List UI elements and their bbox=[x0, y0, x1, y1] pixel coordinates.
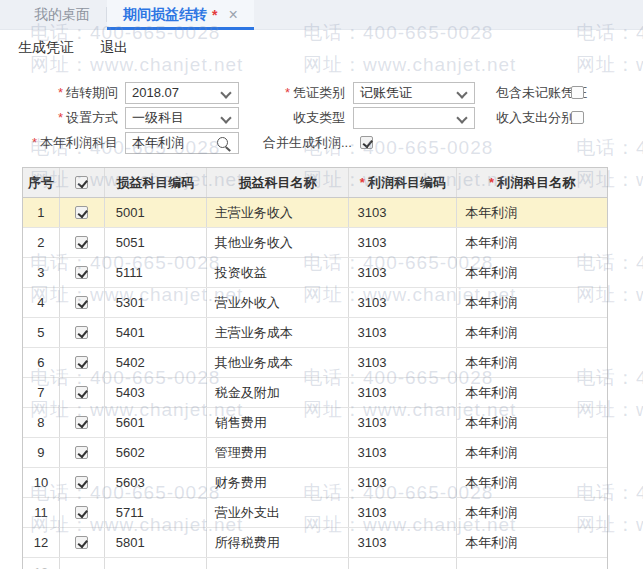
row-select-cell bbox=[60, 288, 105, 317]
chevron-down-icon bbox=[456, 112, 467, 123]
close-icon[interactable]: × bbox=[228, 7, 237, 23]
table-row[interactable]: 45301营业外收入3103本年利润 bbox=[23, 288, 607, 318]
watermark-phone: 电话：400-665-0028 bbox=[576, 135, 643, 161]
row-number: 9 bbox=[23, 438, 60, 467]
profit-account-code: 3103 bbox=[349, 288, 457, 317]
table-row[interactable]: 85601销售费用3103本年利润 bbox=[23, 408, 607, 438]
profit-account-name: 本年利润 bbox=[457, 348, 607, 377]
profit-account-name: 本年利润 bbox=[457, 438, 607, 467]
pl-account-name: 主营业务收入 bbox=[207, 198, 350, 227]
profit-account-code: 3103 bbox=[349, 198, 457, 227]
row-number: 6 bbox=[23, 348, 60, 377]
table-row[interactable]: 75403税金及附加3103本年利润 bbox=[23, 378, 607, 408]
exit-button[interactable]: 退出 bbox=[100, 39, 128, 57]
profit-account-name: 本年利润 bbox=[457, 528, 607, 557]
profit-account-code: 3103 bbox=[349, 318, 457, 347]
row-checkbox[interactable] bbox=[75, 266, 88, 279]
table-row[interactable]: 95602管理费用3103本年利润 bbox=[23, 438, 607, 468]
table-row[interactable]: 15001主营业务收入3103本年利润 bbox=[23, 198, 607, 228]
voucher-type-label: *凭证类别 bbox=[233, 82, 345, 104]
profit-account-code: 3103 bbox=[349, 258, 457, 287]
profit-account-name: 本年利润 bbox=[457, 318, 607, 347]
pl-account-code: 5601 bbox=[105, 408, 207, 437]
tab-label: 我的桌面 bbox=[34, 6, 90, 24]
row-select-cell bbox=[60, 348, 105, 377]
row-checkbox[interactable] bbox=[75, 236, 88, 249]
income-expense-type-select[interactable] bbox=[353, 107, 475, 129]
row-select-cell bbox=[60, 258, 105, 287]
income-expense-separate-checkbox[interactable] bbox=[571, 111, 584, 124]
table-row[interactable]: 25051其他业务收入3103本年利润 bbox=[23, 228, 607, 258]
pl-account-name: 税金及附加 bbox=[207, 378, 350, 407]
pl-account-code bbox=[105, 558, 207, 569]
profit-account-name: 本年利润 bbox=[457, 198, 607, 227]
row-checkbox[interactable] bbox=[75, 536, 88, 549]
setting-mode-select[interactable]: 一级科目 bbox=[125, 107, 239, 129]
pl-account-code: 5403 bbox=[105, 378, 207, 407]
col-header-pl-name: 损益科目名称 bbox=[207, 168, 350, 197]
carryover-period-select[interactable]: 2018.07 bbox=[125, 82, 239, 104]
row-checkbox[interactable] bbox=[75, 476, 88, 489]
search-icon[interactable] bbox=[217, 137, 228, 148]
col-header-select-all bbox=[60, 168, 105, 197]
table-row[interactable]: 115711营业外支出3103本年利润 bbox=[23, 498, 607, 528]
table-body: 15001主营业务收入3103本年利润25051其他业务收入3103本年利润35… bbox=[23, 198, 607, 569]
pl-account-code: 5301 bbox=[105, 288, 207, 317]
profit-account-code: 3103 bbox=[349, 348, 457, 377]
pl-accounts-table: 序号 损益科目编码 损益科目名称 *利润科目编码 *利润科目名称 15001主营… bbox=[22, 167, 608, 569]
row-select-cell bbox=[60, 228, 105, 257]
pl-account-code: 5603 bbox=[105, 468, 207, 497]
tab-my-desktop[interactable]: 我的桌面 bbox=[18, 0, 106, 29]
merge-generate-profit-label: 合并生成利润... bbox=[263, 132, 352, 154]
tab-period-pl-carryover[interactable]: 期间损益结转 * × bbox=[107, 0, 254, 29]
pl-account-code: 5602 bbox=[105, 438, 207, 467]
voucher-type-value: 记账凭证 bbox=[360, 85, 412, 100]
select-all-checkbox[interactable] bbox=[75, 176, 88, 189]
voucher-type-select[interactable]: 记账凭证 bbox=[353, 82, 475, 104]
row-checkbox[interactable] bbox=[75, 356, 88, 369]
table-row[interactable]: 55401主营业务成本3103本年利润 bbox=[23, 318, 607, 348]
chevron-down-icon bbox=[220, 112, 231, 123]
row-checkbox[interactable] bbox=[75, 206, 88, 219]
include-unposted-checkbox[interactable] bbox=[571, 86, 584, 99]
pl-account-code: 5711 bbox=[105, 498, 207, 527]
pl-account-name: 主营业务成本 bbox=[207, 318, 350, 347]
profit-account-value: 本年利润 bbox=[132, 135, 184, 150]
profit-account-code: 3103 bbox=[349, 438, 457, 467]
merge-generate-profit-checkbox[interactable] bbox=[360, 136, 373, 149]
row-select-cell bbox=[60, 528, 105, 557]
profit-account-name: 本年利润 bbox=[457, 258, 607, 287]
table-row[interactable]: 105603财务费用3103本年利润 bbox=[23, 468, 607, 498]
pl-account-name: 销售费用 bbox=[207, 408, 350, 437]
row-number: 12 bbox=[23, 528, 60, 557]
row-number: 1 bbox=[23, 198, 60, 227]
pl-account-name: 营业外收入 bbox=[207, 288, 350, 317]
row-number: 4 bbox=[23, 288, 60, 317]
tab-bar: 我的桌面 期间损益结转 * × bbox=[0, 0, 643, 30]
row-checkbox[interactable] bbox=[75, 416, 88, 429]
table-row[interactable]: 65402其他业务成本3103本年利润 bbox=[23, 348, 607, 378]
pl-account-name bbox=[207, 558, 350, 569]
table-row[interactable]: 125801所得税费用3103本年利润 bbox=[23, 528, 607, 558]
profit-account-code: 3103 bbox=[349, 498, 457, 527]
pl-account-name: 投资收益 bbox=[207, 258, 350, 287]
profit-account-code: 3103 bbox=[349, 378, 457, 407]
table-row[interactable]: 13 bbox=[23, 558, 607, 569]
chevron-down-icon bbox=[456, 87, 467, 98]
generate-voucher-button[interactable]: 生成凭证 bbox=[18, 39, 74, 57]
table-row[interactable]: 35111投资收益3103本年利润 bbox=[23, 258, 607, 288]
profit-account-code: 3103 bbox=[349, 408, 457, 437]
profit-account-input[interactable]: 本年利润 bbox=[125, 132, 239, 154]
row-select-cell bbox=[60, 378, 105, 407]
profit-account-code: 3103 bbox=[349, 468, 457, 497]
carryover-period-value: 2018.07 bbox=[132, 85, 179, 100]
row-checkbox[interactable] bbox=[75, 386, 88, 399]
row-checkbox[interactable] bbox=[75, 296, 88, 309]
row-checkbox[interactable] bbox=[75, 326, 88, 339]
pl-account-name: 其他业务成本 bbox=[207, 348, 350, 377]
col-header-profit-name: *利润科目名称 bbox=[457, 168, 607, 197]
row-checkbox[interactable] bbox=[75, 506, 88, 519]
row-select-cell bbox=[60, 468, 105, 497]
pl-account-name: 财务费用 bbox=[207, 468, 350, 497]
row-checkbox[interactable] bbox=[75, 446, 88, 459]
